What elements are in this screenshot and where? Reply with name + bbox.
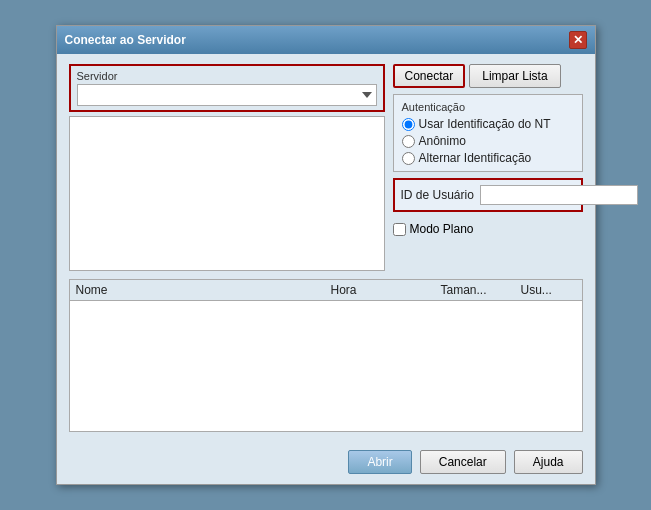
server-dropdown[interactable] [77, 84, 377, 106]
radio-anon[interactable]: Anônimo [402, 134, 574, 148]
radio-nt-input[interactable] [402, 118, 415, 131]
dialog-body: Servidor Conectar Limpar Lista Autentica [57, 54, 595, 442]
close-button[interactable]: ✕ [569, 31, 587, 49]
radio-anon-label: Anônimo [419, 134, 466, 148]
limpar-lista-button[interactable]: Limpar Lista [469, 64, 560, 88]
top-section: Servidor Conectar Limpar Lista Autentica [69, 64, 583, 271]
conectar-button[interactable]: Conectar [393, 64, 466, 88]
close-icon: ✕ [573, 33, 583, 47]
file-list-area [69, 116, 385, 271]
right-panel: Conectar Limpar Lista Autenticação Usar … [393, 64, 583, 271]
radio-alt-label: Alternar Identificação [419, 151, 532, 165]
user-id-label: ID de Usuário [401, 188, 474, 202]
user-id-group: ID de Usuário [393, 178, 583, 212]
footer: Abrir Cancelar Ajuda [57, 442, 595, 484]
table-header: Nome Hora Taman... Usu... [70, 280, 582, 301]
auth-title: Autenticação [402, 101, 574, 113]
radio-alt[interactable]: Alternar Identificação [402, 151, 574, 165]
cancelar-button[interactable]: Cancelar [420, 450, 506, 474]
server-group: Servidor [69, 64, 385, 112]
col-hora: Hora [331, 283, 441, 297]
connect-btn-group: Conectar Limpar Lista [393, 64, 583, 88]
left-panel: Servidor [69, 64, 385, 271]
abrir-button[interactable]: Abrir [348, 450, 411, 474]
ajuda-button[interactable]: Ajuda [514, 450, 583, 474]
server-label: Servidor [77, 70, 377, 82]
col-tamanho: Taman... [441, 283, 521, 297]
modo-plano-checkbox[interactable] [393, 223, 406, 236]
col-nome: Nome [76, 283, 331, 297]
radio-nt[interactable]: Usar Identificação do NT [402, 117, 574, 131]
col-usuario: Usu... [521, 283, 576, 297]
window-title: Conectar ao Servidor [65, 33, 186, 47]
table-body [70, 301, 582, 431]
user-id-input[interactable] [480, 185, 638, 205]
radio-alt-input[interactable] [402, 152, 415, 165]
radio-anon-input[interactable] [402, 135, 415, 148]
modo-plano-label: Modo Plano [410, 222, 474, 236]
title-bar: Conectar ao Servidor ✕ [57, 26, 595, 54]
table-section: Nome Hora Taman... Usu... [69, 279, 583, 432]
modo-plano-row: Modo Plano [393, 218, 583, 236]
dialog-window: Conectar ao Servidor ✕ Servidor [56, 25, 596, 485]
radio-group: Usar Identificação do NT Anônimo Alterna… [402, 117, 574, 165]
auth-group: Autenticação Usar Identificação do NT An… [393, 94, 583, 172]
radio-nt-label: Usar Identificação do NT [419, 117, 551, 131]
